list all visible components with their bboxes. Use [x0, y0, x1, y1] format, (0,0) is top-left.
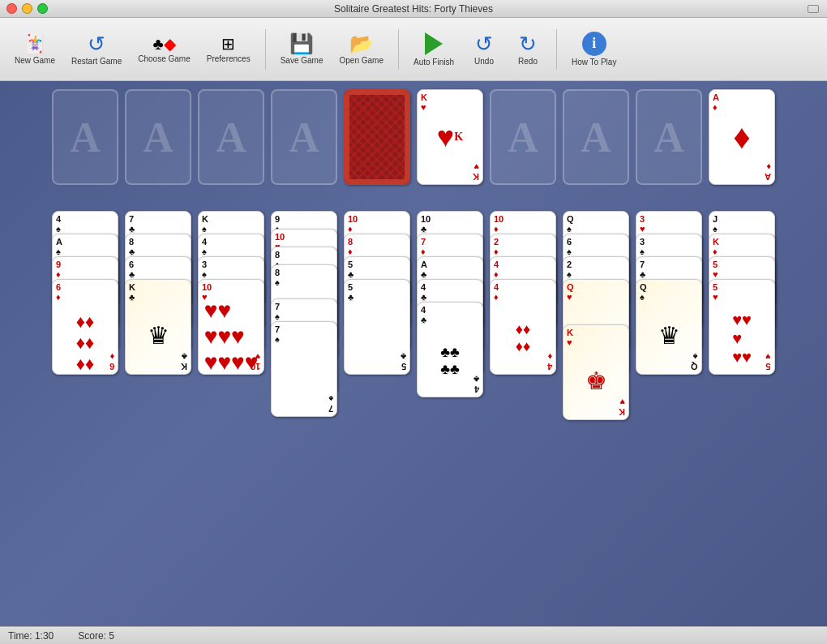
deck-card[interactable] [344, 89, 410, 185]
new-game-button[interactable]: 🃏 New Game [8, 31, 62, 68]
open-icon: 📂 [349, 34, 374, 54]
toolbar: 🃏 New Game ↺ Restart Game ♣◆ Choose Game… [0, 18, 827, 81]
how-to-play-button[interactable]: i How To Play [565, 29, 623, 70]
redo-button[interactable]: ↻ Redo [508, 30, 548, 69]
foundation-slot-2[interactable]: A [125, 89, 191, 185]
col10-card4[interactable]: 5♥ ♥♥♥♥♥ 5♥ [709, 279, 775, 375]
foundation-slot-1[interactable]: A [52, 89, 118, 185]
toolbar-separator-2 [398, 29, 399, 70]
window-widget [808, 5, 819, 13]
col7-card4[interactable]: 4♦ ♦♦♦♦ 4♦ [490, 279, 556, 375]
save-icon: 💾 [289, 34, 314, 54]
auto-finish-label: Auto Finish [414, 58, 454, 67]
card-10h[interactable]: 10♥ ♥♥♥♥♥♥♥♥♥ 10♥ [198, 279, 264, 375]
tableau-row: 4♠ 4♠ ♠♠♠♠ A♠ A♠ 9♦ 9♦ 6♦ ♦♦♦♦♦♦ 6♦ 7♣ 7 [6, 211, 821, 618]
restart-icon: ↺ [88, 33, 105, 54]
new-game-icon: 🃏 [23, 34, 47, 54]
undo-label: Undo [474, 57, 494, 66]
preferences-button[interactable]: ⊞ Preferences [200, 32, 257, 67]
tableau-col-6: 10♣ 10♣ 7♦ 7♦ A♣ A♣ 4♣ 4♣ 4♣ ♣♣♣♣ 4♣ [417, 211, 483, 438]
minimize-button[interactable] [22, 3, 32, 14]
preferences-icon: ⊞ [221, 36, 235, 52]
undo-button[interactable]: ↺ Undo [464, 30, 504, 69]
card-6d[interactable]: 6♦ ♦♦♦♦♦♦ 6♦ [52, 279, 118, 375]
tableau-col-10: J♠ J♠ K♦ K♦ 5♥ 5♥ 5♥ ♥♥♥♥♥ 5♥ [709, 211, 775, 422]
save-game-label: Save Game [281, 56, 324, 65]
auto-finish-button[interactable]: Auto Finish [407, 29, 461, 70]
foundation-slot-3[interactable]: A [198, 89, 264, 185]
foundation-slot-4[interactable]: A [271, 89, 337, 185]
choose-game-icon: ♣◆ [152, 36, 175, 52]
window-controls[interactable] [6, 3, 48, 14]
open-game-button[interactable]: 📂 Open Game [332, 31, 389, 68]
score-display: Score: 5 [78, 630, 114, 642]
choose-game-button[interactable]: ♣◆ Choose Game [131, 32, 196, 67]
new-game-label: New Game [15, 56, 55, 65]
foundation-king-hearts[interactable]: K♥ ♥K K♥ [417, 89, 483, 185]
restart-game-button[interactable]: ↺ Restart Game [65, 30, 128, 69]
how-to-play-label: How To Play [572, 58, 616, 67]
toolbar-separator-3 [556, 29, 557, 70]
undo-icon: ↺ [475, 33, 493, 54]
play-area: A A A A K♥ ♥K K♥ A A A [0, 81, 827, 626]
redo-label: Redo [518, 57, 538, 66]
foundation-slot-7[interactable]: A [490, 89, 556, 185]
col4-card6[interactable]: 7♠ 7♠ [271, 321, 337, 417]
close-button[interactable] [6, 3, 17, 14]
card-kc[interactable]: K♣ ♛ K♣ [125, 279, 191, 375]
open-game-label: Open Game [339, 56, 383, 65]
tableau-col-3: K♠ K♠ 4♠ 4♠ 3♠ 3♠ 10♥ ♥♥♥♥♥♥♥♥♥ 10♥ [198, 211, 264, 422]
tableau-col-1: 4♠ 4♠ ♠♠♠♠ A♠ A♠ 9♦ 9♦ 6♦ ♦♦♦♦♦♦ 6♦ [52, 211, 118, 406]
col6-card5[interactable]: 4♣ ♣♣♣♣ 4♣ [417, 302, 483, 397]
foundation-slot-8[interactable]: A [563, 89, 629, 185]
col5-card4[interactable]: 5♣ 5♣ [344, 279, 410, 375]
col9-card4[interactable]: Q♠ ♛ Q♠ [636, 279, 702, 375]
restart-game-label: Restart Game [71, 57, 122, 66]
title-bar: Solitaire Greatest Hits: Forty Thieves [0, 0, 827, 18]
info-icon: i [582, 32, 606, 56]
foundation-row: A A A A K♥ ♥K K♥ A A A [6, 89, 821, 203]
auto-finish-icon [425, 32, 443, 55]
redo-icon: ↻ [519, 33, 537, 54]
maximize-button[interactable] [37, 3, 48, 14]
toolbar-separator-1 [265, 29, 266, 70]
time-display: Time: 1:30 [8, 630, 54, 642]
tableau-col-7: 10♦ 10♦ 2♦ 2♦ 4♦ 4♦ 4♦ ♦♦♦♦ 4♦ [490, 211, 556, 422]
tableau-col-4: 9♠ 9♠ 10♥ 10♥ 8♠ 8♠ 8♠ 8♠ 7♠ ♠♠♠♠♠♠♠♠ 7♠… [271, 211, 337, 438]
foundation-slot-9[interactable]: A [636, 89, 702, 185]
tableau-col-2: 7♣ 7♣ 8♣ 8♣ 6♣ 6♣ K♣ ♛ K♣ [125, 211, 191, 422]
tableau-col-8: Q♠ Q♠ 6♠ 6♠ 2♠ 2♠ Q♥ ♛ Q♥ K♥ ♚ K♥ [563, 211, 629, 446]
tableau-col-9: 3♥ 3♥ 3♠ 3♠ 7♣ 7♣ Q♠ ♛ Q♠ [636, 211, 702, 422]
preferences-label: Preferences [207, 54, 251, 63]
foundation-ace-diamonds[interactable]: A♦ ♦ A♦ [709, 89, 775, 185]
tableau-col-5: 10♦ 10♦ 8♦ 8♦ 5♣ ♣♣♣♣♣ 5♣ 5♣ 5♣ [344, 211, 410, 422]
status-bar: Time: 1:30 Score: 5 [0, 626, 827, 644]
save-game-button[interactable]: 💾 Save Game [274, 31, 330, 68]
choose-game-label: Choose Game [138, 54, 190, 63]
col8-card5[interactable]: K♥ ♚ K♥ [563, 324, 629, 420]
window-title: Solitaire Greatest Hits: Forty Thieves [334, 3, 493, 15]
